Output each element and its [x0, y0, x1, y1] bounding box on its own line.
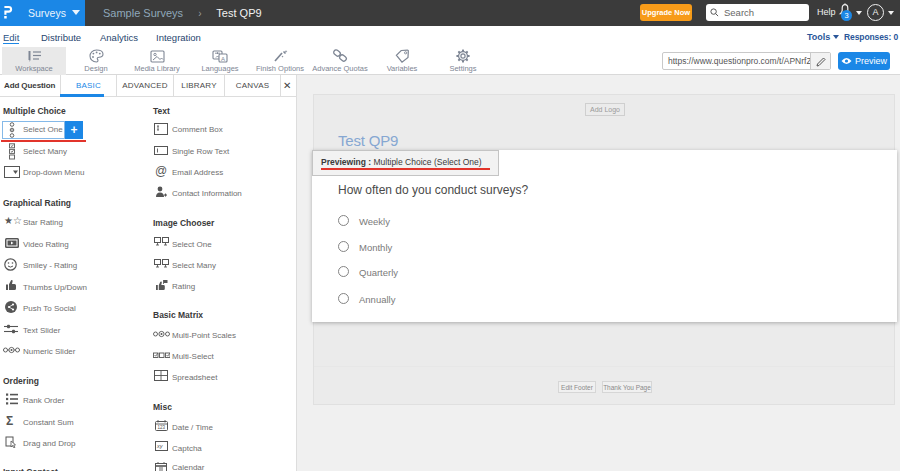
svg-text:xy: xy — [156, 443, 164, 449]
svg-text:A: A — [221, 56, 225, 62]
svg-text:123: 123 — [158, 425, 166, 430]
